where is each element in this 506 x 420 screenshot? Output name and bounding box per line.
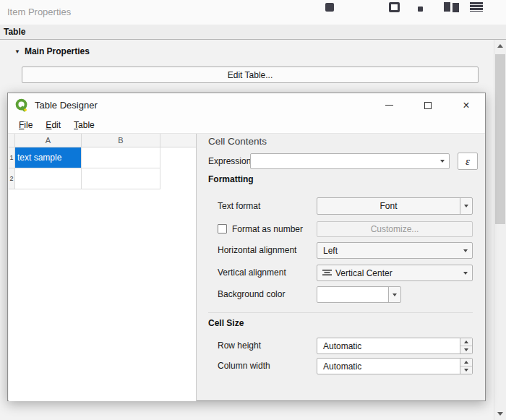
maximize-button[interactable] bbox=[416, 93, 440, 117]
spinner-buttons bbox=[460, 338, 472, 353]
format-as-number-label: Format as number bbox=[232, 221, 303, 237]
cropped-toolbar-icon[interactable] bbox=[418, 7, 423, 12]
scroll-down-icon bbox=[497, 412, 503, 416]
row-height-label: Row height bbox=[218, 338, 261, 354]
edit-table-button[interactable]: Edit Table... bbox=[22, 67, 479, 83]
cell-size-heading: Cell Size bbox=[208, 318, 244, 328]
minimize-button[interactable] bbox=[377, 93, 401, 117]
collapse-arrow-icon: ▼ bbox=[14, 48, 20, 55]
text-format-font-button[interactable]: Font bbox=[317, 197, 473, 215]
row-height-spinner[interactable]: Automatic bbox=[317, 338, 473, 354]
vertical-alignment-value: Vertical Center bbox=[332, 268, 459, 278]
scrollbar-thumb[interactable] bbox=[495, 54, 505, 224]
close-button[interactable]: × bbox=[454, 93, 479, 117]
column-width-label: Column width bbox=[218, 358, 270, 374]
corner-header[interactable] bbox=[9, 134, 15, 147]
table-designer-dialog: Table Designer × File Edit Table A B 1 t… bbox=[7, 93, 486, 401]
column-header-a[interactable]: A bbox=[15, 134, 82, 147]
menu-edit[interactable]: Edit bbox=[39, 118, 67, 132]
spinner-buttons bbox=[460, 359, 472, 374]
row-header-2[interactable]: 2 bbox=[9, 168, 15, 189]
vertical-center-icon bbox=[322, 269, 332, 277]
expression-builder-button[interactable]: ε bbox=[458, 153, 478, 170]
spin-up-icon[interactable] bbox=[460, 359, 472, 367]
expression-label: Expression bbox=[208, 153, 251, 170]
cropped-toolbar-icon[interactable] bbox=[470, 2, 483, 12]
main-properties-label: Main Properties bbox=[25, 46, 90, 56]
epsilon-icon: ε bbox=[466, 155, 470, 168]
expression-combobox[interactable] bbox=[250, 153, 450, 169]
spin-up-icon[interactable] bbox=[460, 338, 472, 346]
panel-title: Item Properties bbox=[7, 7, 71, 17]
vertical-scrollbar[interactable] bbox=[494, 40, 506, 420]
item-properties-titlebar: Item Properties bbox=[0, 0, 506, 25]
horizontal-alignment-select[interactable]: Left bbox=[317, 242, 473, 259]
horizontal-alignment-label: Horizontal alignment bbox=[218, 242, 296, 259]
close-icon: × bbox=[463, 100, 469, 111]
menu-table[interactable]: Table bbox=[67, 118, 101, 132]
scroll-down-button[interactable] bbox=[494, 408, 506, 420]
chevron-down-icon bbox=[459, 272, 472, 275]
vertical-alignment-select[interactable]: Vertical Center bbox=[317, 265, 473, 281]
column-header-b[interactable]: B bbox=[82, 134, 160, 147]
background-color-label: Background color bbox=[218, 286, 285, 303]
table-row: 2 bbox=[9, 168, 196, 189]
spin-down-icon[interactable] bbox=[460, 346, 472, 353]
cell-b2[interactable] bbox=[82, 168, 160, 189]
chevron-down-icon[interactable] bbox=[460, 198, 472, 214]
cell-a2[interactable] bbox=[15, 168, 82, 189]
menu-file[interactable]: File bbox=[12, 118, 39, 132]
table-section-header: Table bbox=[0, 25, 506, 40]
chevron-down-icon bbox=[459, 249, 472, 252]
menubar: File Edit Table bbox=[8, 117, 485, 134]
customize-button[interactable]: Customize... bbox=[317, 221, 473, 237]
spreadsheet-header-row: A B bbox=[9, 134, 196, 147]
cell-contents-heading: Cell Contents bbox=[208, 136, 267, 147]
section-divider bbox=[208, 312, 473, 313]
dialog-title: Table Designer bbox=[35, 100, 98, 111]
scroll-up-icon bbox=[497, 44, 503, 48]
chevron-down-icon[interactable] bbox=[436, 160, 449, 163]
spin-down-icon[interactable] bbox=[460, 367, 472, 374]
dialog-titlebar[interactable]: Table Designer × bbox=[8, 93, 485, 117]
vertical-alignment-label: Vertical alignment bbox=[218, 265, 286, 281]
spreadsheet: A B 1 text sample 2 bbox=[9, 134, 197, 401]
horizontal-alignment-value: Left bbox=[317, 246, 459, 256]
header-filler bbox=[160, 134, 196, 147]
minimize-icon bbox=[385, 105, 393, 106]
chevron-down-icon[interactable] bbox=[388, 287, 400, 302]
expression-input[interactable] bbox=[251, 156, 436, 166]
scroll-up-button[interactable] bbox=[494, 40, 506, 52]
column-width-value: Automatic bbox=[317, 361, 460, 372]
row-header-1[interactable]: 1 bbox=[9, 147, 15, 168]
table-row: 1 text sample bbox=[9, 147, 196, 168]
font-button-label: Font bbox=[317, 201, 460, 211]
cell-b1[interactable] bbox=[82, 147, 160, 168]
qgis-logo-icon bbox=[15, 98, 29, 112]
text-format-label: Text format bbox=[218, 197, 260, 215]
cropped-toolbar-icon[interactable] bbox=[325, 3, 334, 12]
maximize-icon bbox=[424, 102, 432, 109]
color-swatch bbox=[317, 287, 388, 302]
cell-a1-selected[interactable]: text sample bbox=[15, 147, 82, 168]
cropped-toolbar-icon[interactable] bbox=[444, 2, 450, 12]
format-as-number-checkbox[interactable] bbox=[218, 224, 227, 233]
row-height-value: Automatic bbox=[317, 341, 460, 351]
background-color-button[interactable] bbox=[317, 286, 401, 303]
formatting-heading: Formatting bbox=[208, 174, 254, 184]
main-properties-group-header[interactable]: ▼ Main Properties bbox=[14, 46, 90, 56]
column-width-spinner[interactable]: Automatic bbox=[317, 358, 473, 374]
section-title: Table bbox=[4, 27, 25, 37]
cropped-toolbar-icon[interactable] bbox=[389, 2, 400, 12]
